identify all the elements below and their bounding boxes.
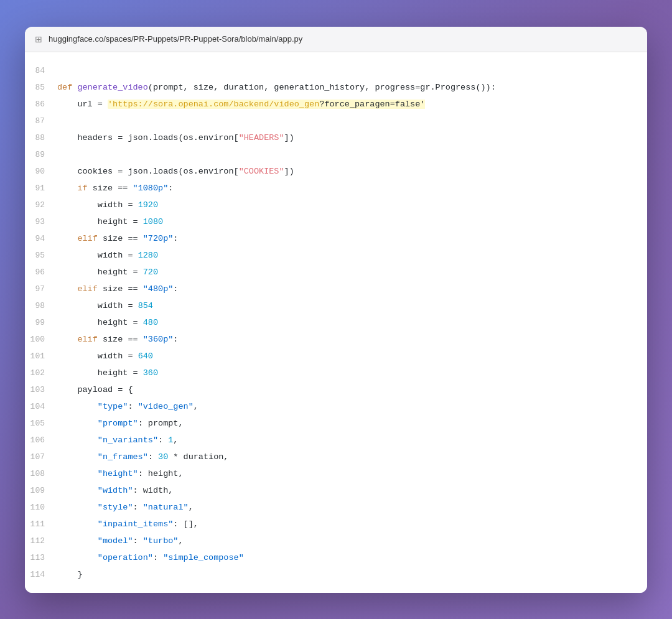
code-line: 90 cookies = json.loads(os.environ["COOK… xyxy=(25,163,647,180)
code-line: 92 width = 1920 xyxy=(25,197,647,213)
code-line: 110 "style": "natural", xyxy=(25,499,647,516)
code-line: 84 xyxy=(25,62,647,79)
browser-window: ⊞ huggingface.co/spaces/PR-Puppets/PR-Pu… xyxy=(25,27,647,593)
code-line: 94 elif size == "720p": xyxy=(25,230,647,247)
code-line: 91 if size == "1080p": xyxy=(25,180,647,197)
code-line: 106 "n_variants": 1, xyxy=(25,432,647,449)
code-line: 96 height = 720 xyxy=(25,264,647,281)
code-container: 84 85 def generate_video(prompt, size, d… xyxy=(25,52,647,593)
code-line: 86 url = 'https://sora.openai.com/backen… xyxy=(25,96,647,113)
code-line: 93 height = 1080 xyxy=(25,213,647,230)
code-line: 88 headers = json.loads(os.environ["HEAD… xyxy=(25,129,647,146)
code-line: 99 height = 480 xyxy=(25,314,647,331)
code-line: 107 "n_frames": 30 * duration, xyxy=(25,449,647,465)
code-line: 113 "operation": "simple_compose" xyxy=(25,549,647,566)
code-line: 111 "inpaint_items": [], xyxy=(25,516,647,533)
code-line: 109 "width": width, xyxy=(25,482,647,499)
url-text: huggingface.co/spaces/PR-Puppets/PR-Pupp… xyxy=(49,34,302,44)
code-line: 85 def generate_video(prompt, size, dura… xyxy=(25,79,647,96)
browser-icon: ⊞ xyxy=(35,34,42,44)
code-line: 97 elif size == "480p": xyxy=(25,281,647,297)
code-line: 101 width = 640 xyxy=(25,348,647,365)
code-line: 114 } xyxy=(25,566,647,583)
address-bar: ⊞ huggingface.co/spaces/PR-Puppets/PR-Pu… xyxy=(25,27,647,52)
code-line: 103 payload = { xyxy=(25,381,647,398)
code-line: 108 "height": height, xyxy=(25,465,647,482)
code-line: 105 "prompt": prompt, xyxy=(25,415,647,432)
code-line: 112 "model": "turbo", xyxy=(25,533,647,549)
code-line: 95 width = 1280 xyxy=(25,247,647,264)
code-line: 102 height = 360 xyxy=(25,365,647,381)
code-line: 104 "type": "video_gen", xyxy=(25,398,647,415)
code-line: 89 xyxy=(25,146,647,163)
code-line: 100 elif size == "360p": xyxy=(25,331,647,348)
code-line: 87 xyxy=(25,113,647,129)
code-line: 98 width = 854 xyxy=(25,297,647,314)
